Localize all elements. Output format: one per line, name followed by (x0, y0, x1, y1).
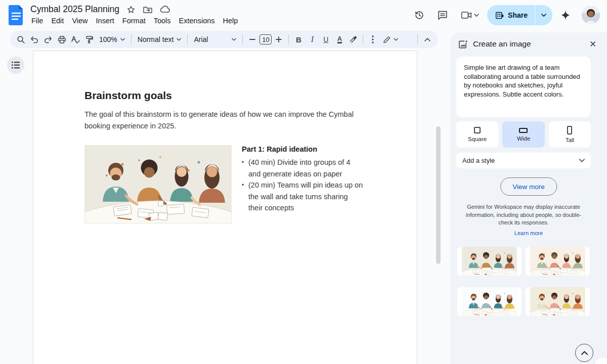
doc-bullet: (40 min) Divide into groups of 4 and gen… (242, 157, 363, 179)
aspect-label: Square (468, 136, 487, 142)
aspect-tall-button[interactable]: Tall (549, 121, 591, 148)
decrease-font-size-button[interactable] (246, 33, 259, 46)
text-color-button[interactable]: A (333, 33, 346, 46)
document-title[interactable]: Cymbal 2025 Planning (30, 4, 119, 15)
font-select[interactable]: Arial (191, 35, 239, 43)
doc-bullet: (20 min) Teams will pin ideas up on the … (242, 179, 363, 214)
wide-shape-icon (519, 128, 528, 133)
doc-part-title: Part 1: Rapid ideation (242, 145, 363, 153)
doc-heading: Brainstorm goals (84, 89, 172, 102)
gemini-sparkle-icon[interactable] (555, 5, 576, 25)
corner-widget[interactable] (595, 358, 607, 364)
menu-insert[interactable]: Insert (92, 15, 118, 26)
editing-mode-select[interactable] (380, 36, 401, 43)
caret-down-icon (579, 159, 585, 162)
paragraph-style-select[interactable]: Normal text (135, 35, 185, 43)
text-color-glyph: A (337, 35, 342, 43)
comments-icon[interactable] (432, 5, 453, 25)
more-options-icon[interactable] (366, 33, 379, 46)
paragraph-style-value: Normal text (138, 35, 174, 43)
document-page[interactable]: Brainstorm goals The goal of this brains… (33, 51, 417, 364)
share-button-group: Share (487, 5, 552, 25)
hide-menus-icon[interactable] (421, 33, 434, 46)
generated-image-1[interactable] (457, 247, 522, 276)
share-lock-icon (495, 11, 504, 20)
scroll-to-top-button[interactable] (575, 344, 593, 362)
search-icon[interactable] (14, 33, 27, 46)
close-icon[interactable]: ✕ (586, 37, 600, 51)
menu-extensions[interactable]: Extensions (175, 15, 219, 26)
aspect-ratio-group: Square Wide Tall (456, 121, 591, 148)
outline-icon (12, 62, 20, 69)
move-folder-icon[interactable] (143, 6, 153, 14)
view-more-label: View more (512, 183, 545, 191)
underline-button[interactable]: U (319, 33, 332, 46)
panel-title: Create an image (473, 39, 586, 49)
share-caret-button[interactable] (535, 5, 552, 25)
aspect-square-button[interactable]: Square (456, 121, 498, 148)
tall-shape-icon (567, 126, 572, 134)
generated-image-3[interactable] (457, 287, 522, 316)
italic-button[interactable]: I (306, 33, 319, 46)
aspect-wide-button[interactable]: Wide (502, 121, 544, 148)
spellcheck-icon[interactable] (69, 33, 82, 46)
generated-images-grid (457, 247, 590, 316)
redo-icon[interactable] (41, 33, 55, 46)
star-icon[interactable] (126, 5, 136, 14)
highlight-color-icon[interactable] (346, 33, 360, 46)
pencil-icon (383, 36, 391, 43)
menu-view[interactable]: View (68, 15, 92, 26)
share-label: Share (508, 11, 528, 19)
document-outline-button[interactable] (7, 57, 24, 74)
zoom-select[interactable]: 100% (96, 35, 128, 43)
image-prompt-input[interactable]: Simple line art drawing of a team collab… (456, 57, 591, 117)
menu-format[interactable]: Format (118, 15, 150, 26)
share-button[interactable]: Share (487, 5, 535, 25)
square-shape-icon (474, 127, 481, 133)
bold-button[interactable]: B (292, 33, 305, 46)
font-value: Arial (194, 35, 208, 43)
doc-bullet-list: (40 min) Divide into groups of 4 and gen… (242, 157, 363, 214)
caret-down-icon (232, 38, 236, 41)
generated-image-2[interactable] (526, 247, 590, 276)
font-size-input[interactable]: 10 (259, 34, 272, 44)
chevron-up-icon (581, 351, 588, 355)
add-style-select[interactable]: Add a style (456, 153, 591, 168)
menu-help[interactable]: Help (219, 15, 242, 26)
add-style-label: Add a style (462, 157, 579, 164)
toolbar: 100% Normal text Arial 10 B I U A (10, 31, 438, 48)
cloud-saved-icon[interactable] (160, 6, 171, 14)
gemini-disclaimer: Gemini for Workspace may display inaccur… (465, 203, 582, 227)
caret-down-icon (394, 38, 398, 41)
version-history-icon[interactable] (409, 5, 429, 25)
menu-bar: File Edit View Insert Format Tools Exten… (27, 15, 242, 26)
aspect-label: Tall (566, 137, 574, 143)
menu-edit[interactable]: Edit (47, 15, 68, 26)
menu-file[interactable]: File (27, 15, 47, 26)
print-icon[interactable] (55, 33, 68, 46)
caret-down-icon (541, 14, 546, 17)
create-image-icon (458, 39, 468, 49)
generated-image-4[interactable] (526, 287, 590, 316)
view-more-button[interactable]: View more (500, 177, 557, 196)
avatar[interactable] (582, 6, 600, 24)
aspect-label: Wide (517, 135, 530, 142)
paint-format-icon[interactable] (82, 33, 96, 46)
docs-logo[interactable] (8, 5, 24, 26)
learn-more-link[interactable]: Learn more (450, 230, 607, 236)
menu-tools[interactable]: Tools (150, 15, 175, 26)
doc-inline-image[interactable] (84, 145, 232, 223)
video-call-icon[interactable] (456, 5, 484, 25)
vertical-scrollbar[interactable] (436, 126, 441, 264)
caret-down-icon (177, 38, 181, 41)
caret-down-icon (120, 38, 125, 41)
create-image-panel: Create an image ✕ Simple line art drawin… (450, 32, 607, 364)
app-header: Cymbal 2025 Planning File Edit View Inse… (0, 0, 607, 31)
increase-font-size-button[interactable] (272, 33, 285, 46)
undo-icon[interactable] (28, 33, 41, 46)
doc-intro-paragraph: The goal of this brainstorm is to genera… (84, 109, 371, 131)
zoom-value: 100% (99, 35, 117, 43)
